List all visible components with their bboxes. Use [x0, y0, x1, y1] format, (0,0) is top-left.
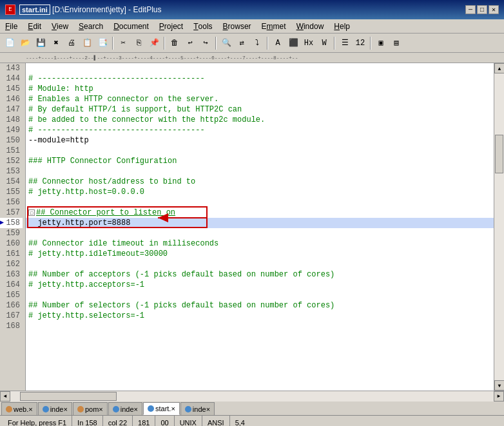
menu-file[interactable]: File [0, 19, 23, 33]
menu-edit[interactable]: Edit [23, 19, 46, 33]
code-area[interactable]: # ------------------------------------ #… [26, 63, 494, 391]
close-file-button[interactable]: ✖ [49, 36, 63, 50]
vertical-scrollbar[interactable]: ▲ ▼ [494, 63, 504, 391]
tab-web[interactable]: web.× [1, 402, 37, 415]
replace-button[interactable]: ⇄ [235, 36, 249, 50]
line-158-current: ▶ 158 [0, 218, 23, 228]
clip1-button[interactable]: 📋 [80, 36, 94, 50]
code-line-151[interactable] [26, 146, 494, 156]
paste-button[interactable]: 📌 [147, 36, 161, 50]
scroll-up-button[interactable]: ▲ [494, 63, 504, 73]
titlebar-controls[interactable]: ─ □ ✕ [465, 5, 499, 14]
sep5 [334, 37, 335, 50]
code-line-163[interactable]: ## Number of acceptors (-1 picks default… [26, 269, 494, 280]
code-line-162[interactable] [26, 259, 494, 269]
hscroll-thumb[interactable] [20, 392, 117, 401]
code-line-152[interactable]: ### HTTP Connector Configuration [26, 156, 494, 166]
menu-emmet[interactable]: Emmet [257, 19, 291, 33]
menu-search[interactable]: Search [73, 19, 108, 33]
title-highlight: start.ini [19, 5, 50, 15]
save-button[interactable]: 💾 [34, 36, 48, 50]
hscroll-left-button[interactable]: ◄ [0, 391, 10, 402]
line-numbers: 143 144 145 146 147 148 149 150 151 152 … [0, 63, 26, 391]
status-line: In 158 [72, 416, 103, 426]
open-button[interactable]: 📂 [18, 36, 32, 50]
cut-button[interactable]: ✂ [116, 36, 130, 50]
horizontal-scrollbar[interactable]: ◄ ► [0, 391, 504, 401]
new-button[interactable]: 📄 [3, 36, 17, 50]
search-button[interactable]: 🔍 [219, 36, 233, 50]
maximize-button[interactable]: □ [477, 5, 487, 14]
word-button[interactable]: W [317, 36, 331, 50]
code-line-147[interactable]: # By default HTTP/1 is support, but HTTP… [26, 104, 494, 115]
code-line-159[interactable] [26, 228, 494, 238]
line-153: 153 [0, 166, 23, 177]
code-line-164[interactable]: # jetty.http.acceptors=-1 [26, 280, 494, 290]
menu-tools[interactable]: Tools [188, 19, 217, 33]
menu-window[interactable]: Window [291, 19, 329, 33]
line-144: 144 [0, 73, 23, 84]
sep1 [112, 37, 113, 50]
code-line-160[interactable]: ## Connector idle timeout in millisecond… [26, 238, 494, 249]
code-line-161[interactable]: # jetty.http.idleTimeout=30000 [26, 249, 494, 259]
code-line-143[interactable] [26, 63, 494, 73]
line-143: 143 [0, 63, 23, 73]
tab-index2[interactable]: inde× [108, 402, 142, 415]
panel2-button[interactable]: ▤ [389, 36, 403, 50]
code-line-155[interactable]: # jetty.http.host=0.0.0.0 [26, 187, 494, 197]
status-ansi: ANSI [202, 416, 230, 426]
menu-project[interactable]: Project [154, 19, 188, 33]
sep4 [267, 37, 268, 50]
count-button[interactable]: 12 [353, 36, 367, 50]
menu-view[interactable]: View [46, 19, 73, 33]
code-line-167[interactable]: # jetty.http.selectors=-1 [26, 311, 494, 321]
scroll-track[interactable] [494, 73, 504, 380]
tab-start[interactable]: start.× [143, 402, 180, 415]
menu-document[interactable]: Document [108, 19, 154, 33]
align-button[interactable]: ☰ [338, 36, 352, 50]
code-line-166[interactable]: ## Number of selectors (-1 picks default… [26, 300, 494, 311]
menu-help[interactable]: Help [329, 19, 355, 33]
redo-button[interactable]: ↪ [199, 36, 213, 50]
code-line-145[interactable]: # Module: http [26, 84, 494, 94]
menu-browser[interactable]: Browser [218, 19, 257, 33]
spellcheck-button[interactable]: A [271, 36, 285, 50]
toolbar: 📄 📂 💾 ✖ 🖨 📋 📑 ✂ ⎘ 📌 🗑 ↩ ↪ 🔍 ⇄ ⤵ A ⬛ Hx W… [0, 34, 504, 53]
delete-button[interactable]: 🗑 [168, 36, 182, 50]
code-line-165[interactable] [26, 290, 494, 300]
panel1-button[interactable]: ▣ [374, 36, 388, 50]
hscroll-track[interactable] [10, 391, 494, 402]
minimize-button[interactable]: ─ [465, 5, 476, 14]
line-159: 159 [0, 228, 23, 238]
statusbar: For Help, press F1 In 158 col 22 181 00 … [0, 415, 504, 426]
code-line-150[interactable]: --module=http [26, 135, 494, 146]
code-line-157[interactable]: □## Connector port to listen on [26, 208, 494, 218]
scroll-down-button[interactable]: ▼ [494, 380, 504, 391]
tab-web-label: web.× [14, 405, 33, 413]
print-button[interactable]: 🖨 [64, 36, 79, 50]
code-line-148[interactable]: # be added to the connector with the htt… [26, 115, 494, 125]
titlebar-title: start.ini [D:\Environment\jetty] - EditP… [19, 5, 161, 14]
clip2-button[interactable]: 📑 [95, 36, 110, 50]
scroll-thumb[interactable] [495, 135, 503, 173]
tab-pom[interactable]: pom× [73, 402, 108, 415]
code-line-146[interactable]: # Enables a HTTP connector on the server… [26, 94, 494, 104]
undo-button[interactable]: ↩ [183, 36, 197, 50]
code-line-156[interactable] [26, 197, 494, 208]
copy-button[interactable]: ⎘ [131, 36, 146, 50]
code-line-149[interactable]: # ------------------------------------ [26, 125, 494, 135]
code-line-144[interactable]: # ------------------------------------ [26, 73, 494, 84]
line-146: 146 [0, 94, 23, 104]
close-button[interactable]: ✕ [489, 5, 499, 14]
goto-button[interactable]: ⤵ [250, 36, 264, 50]
code-line-168[interactable] [26, 321, 494, 331]
tab-index3[interactable]: inde× [180, 402, 215, 415]
tab-index1[interactable]: inde× [38, 402, 72, 415]
hex-button[interactable]: Hx [302, 36, 316, 50]
wordwrap-button[interactable]: ⬛ [286, 36, 300, 50]
status-zero: 00 [155, 416, 174, 426]
code-line-154[interactable]: ## Connector host/address to bind to [26, 177, 494, 187]
code-line-153[interactable] [26, 166, 494, 177]
code-line-158[interactable]: jetty.http.port=8888 [26, 218, 494, 228]
hscroll-right-button[interactable]: ► [494, 391, 504, 402]
